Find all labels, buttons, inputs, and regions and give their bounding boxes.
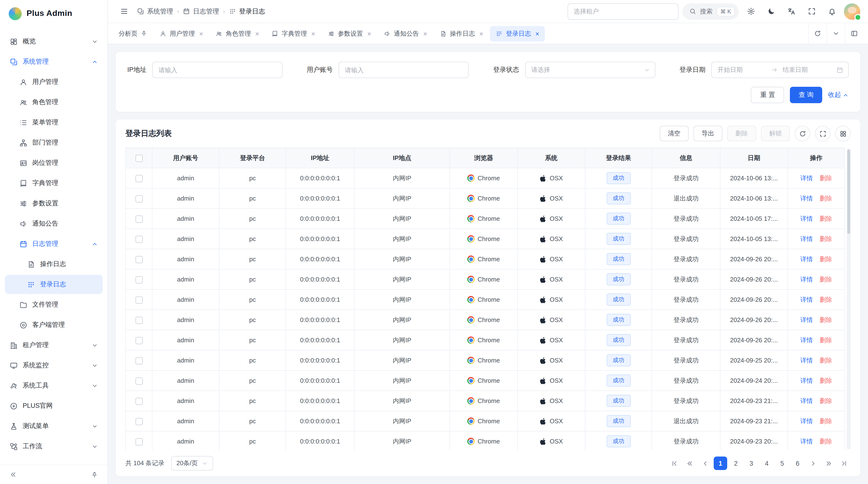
page-2-button[interactable]: 2 [729,456,743,470]
detail-link[interactable]: 详情 [800,174,813,182]
detail-link[interactable]: 详情 [800,438,813,445]
delete-link[interactable]: 删除 [819,397,832,404]
delete-link[interactable]: 删除 [819,336,832,344]
tab-notice[interactable]: 通知公告× [378,26,433,41]
tabs-menu-button[interactable] [827,23,845,44]
tab-user-management[interactable]: 用户管理× [154,26,209,41]
brand[interactable]: Plus Admin [0,0,107,27]
last-page-button[interactable] [837,456,850,470]
sidebar-item-overview[interactable]: 概览 [5,32,103,51]
tabs-layout-button[interactable] [845,23,863,44]
sidebar-item-system-management[interactable]: 系统管理 [5,52,103,71]
filter-select-status[interactable]: 请选择 [525,62,655,78]
row-checkbox[interactable] [135,276,143,283]
delete-link[interactable]: 删除 [819,377,832,384]
sidebar-item-param-settings[interactable]: 参数设置 [5,194,103,213]
row-checkbox[interactable] [135,235,143,243]
user-avatar[interactable] [844,3,860,20]
toolbar-delete-button[interactable]: 删除 [727,126,756,141]
select-all-checkbox[interactable] [135,155,143,162]
delete-link[interactable]: 删除 [819,215,832,222]
language-button[interactable] [783,3,800,20]
first-page-button[interactable] [668,456,681,470]
scrollbar-thumb[interactable] [847,150,850,233]
tab-close-icon[interactable]: × [535,30,539,37]
row-checkbox[interactable] [135,337,143,344]
page-3-button[interactable]: 3 [745,456,758,470]
tab-login-log[interactable]: 登录日志× [490,26,545,41]
filter-input-account[interactable] [339,62,469,78]
row-checkbox[interactable] [135,256,143,263]
sidebar-item-tenant-management[interactable]: 租户管理 [5,335,103,355]
toolbar-export-button[interactable]: 导出 [693,126,722,141]
sidebar-item-system-monitor[interactable]: 系统监控 [5,356,103,375]
delete-link[interactable]: 删除 [819,438,832,445]
delete-link[interactable]: 删除 [819,356,832,364]
page-4-button[interactable]: 4 [760,456,774,470]
delete-link[interactable]: 删除 [819,296,832,303]
row-checkbox[interactable] [135,195,143,202]
notifications-button[interactable] [824,3,840,20]
global-search[interactable]: 搜索 ⌘ K [682,3,739,20]
sidebar-item-dept-management[interactable]: 部门管理 [5,133,103,152]
detail-link[interactable]: 详情 [800,296,813,303]
table-refresh-button[interactable] [795,126,810,141]
detail-link[interactable]: 详情 [800,397,813,404]
row-checkbox[interactable] [135,357,143,364]
sidebar-item-login-log[interactable]: 登录日志 [5,275,103,294]
breadcrumb-item-1[interactable]: 日志管理 [183,7,219,16]
tab-close-icon[interactable]: × [367,30,371,37]
filter-input-ip[interactable] [152,62,283,78]
sidebar-item-menu-management[interactable]: 菜单管理 [5,113,103,132]
tab-close-icon[interactable]: × [199,30,203,37]
table-fullscreen-button[interactable] [815,126,830,141]
fast-prev-button[interactable] [683,456,696,470]
row-checkbox[interactable] [135,397,143,405]
sidebar-pin-button[interactable] [88,468,101,481]
sidebar-item-dict-management[interactable]: 字典管理 [5,173,103,193]
row-checkbox[interactable] [135,377,143,384]
sidebar-collapse-button[interactable] [7,468,19,481]
page-6-button[interactable]: 6 [791,456,804,470]
tab-close-icon[interactable]: × [255,30,259,37]
detail-link[interactable]: 详情 [800,276,813,283]
sidebar-item-post-management[interactable]: 岗位管理 [5,153,103,172]
column-settings-button[interactable] [835,126,850,141]
breadcrumb-item-2[interactable]: 登录日志 [229,7,265,16]
sidebar-item-notice[interactable]: 通知公告 [5,214,103,233]
sidebar-item-user-management[interactable]: 用户管理 [5,72,103,92]
delete-link[interactable]: 删除 [819,276,832,283]
sidebar-item-workflow[interactable]: 工作流 [5,437,103,456]
delete-link[interactable]: 删除 [819,174,832,182]
sidebar-item-plus-website[interactable]: PLUS官网 [5,396,103,416]
tab-operation-log[interactable]: 操作日志× [434,26,489,41]
detail-link[interactable]: 详情 [800,377,813,384]
page-5-button[interactable]: 5 [775,456,789,470]
detail-link[interactable]: 详情 [800,235,813,242]
delete-link[interactable]: 删除 [819,195,832,202]
collapse-filter-link[interactable]: 收起 [828,91,849,99]
detail-link[interactable]: 详情 [800,356,813,364]
tab-dict-management[interactable]: 字典管理× [266,26,321,41]
delete-link[interactable]: 删除 [819,316,832,323]
detail-link[interactable]: 详情 [800,255,813,262]
page-1-button[interactable]: 1 [714,456,727,470]
row-checkbox[interactable] [135,418,143,425]
tab-role-management[interactable]: 角色管理× [210,26,265,41]
row-checkbox[interactable] [135,175,143,182]
sidebar-item-system-tools[interactable]: 系统工具 [5,376,103,395]
tenant-select[interactable] [567,3,678,20]
delete-link[interactable]: 删除 [819,417,832,424]
delete-link[interactable]: 删除 [819,255,832,262]
toolbar-unlock-button[interactable]: 解锁 [761,126,790,141]
sidebar-item-test-menu[interactable]: 测试菜单 [5,417,103,436]
sidebar-item-operation-log[interactable]: 操作日志 [5,255,103,274]
query-button[interactable]: 查 询 [790,87,822,103]
row-checkbox[interactable] [135,215,143,223]
sidebar-item-role-management[interactable]: 角色管理 [5,93,103,112]
fullscreen-button[interactable] [803,3,820,20]
filter-daterange-date[interactable]: 开始日期结束日期 [711,62,849,78]
tabs-refresh-button[interactable] [808,23,827,44]
sidebar-item-client-management[interactable]: 客户端管理 [5,315,103,334]
settings-button[interactable] [743,3,759,20]
